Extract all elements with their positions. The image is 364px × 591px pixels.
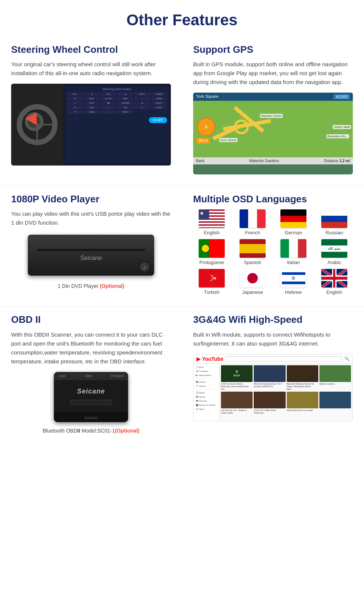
video-title: 1080P Video Player <box>11 193 171 205</box>
yt-video-7[interactable]: Shiba Dog finds his master <box>287 392 318 414</box>
lang-label-english-uk: English <box>326 289 342 295</box>
lang-label-spanish: Spanish <box>244 260 261 265</box>
yt-video-4[interactable]: Nature scenery... <box>319 365 351 391</box>
lang-label-russian: Russian <box>326 230 343 235</box>
lang-hebrew: ✡ Hebrew <box>275 269 312 295</box>
yt-thumb-6 <box>254 392 285 408</box>
yt-video-1[interactable]: 夜BGM Chill Out Guitar Music - Relaxing I… <box>221 365 253 391</box>
feature-steering: Steering Wheel Control Your original car… <box>0 36 182 186</box>
yt-video-6[interactable]: Cozy Full Coffee Shop Ambience <box>254 392 285 414</box>
lang-spanish: Spanish <box>234 239 271 265</box>
lang-label-french: French <box>245 230 260 235</box>
yt-menu-news[interactable]: 📰 News <box>195 407 218 411</box>
yt-video-3[interactable]: Beautiful Relaxing Music for Sleep / Med… <box>287 365 318 391</box>
gps-location: York Square <box>196 94 218 99</box>
dvd-eject-btn[interactable]: ▲ <box>140 263 149 271</box>
obd-caption: Bluetooth OBDII Model:SC01-1(Optional) <box>11 428 171 434</box>
yt-thumb-4 <box>319 365 351 382</box>
gps-roundabout <box>234 119 249 134</box>
yt-header: ▶ YouTube 🔍 <box>194 354 352 364</box>
obd-desc: With this OBDII Scanner, you can connect… <box>11 330 171 366</box>
yt-menu-subscriptions[interactable]: ▶ Subscriptions <box>195 373 218 377</box>
wifi-title: 3G&4G Wifi High-Speed <box>193 314 353 325</box>
lang-label-italian: Italian <box>287 260 300 265</box>
yt-menu-movies[interactable]: 🎬 Movies & Shows <box>195 403 218 407</box>
flag-hebrew: ✡ <box>280 269 306 288</box>
yt-menu-library[interactable]: 📚 Library <box>195 380 218 384</box>
hebrew-top-stripe <box>282 272 305 275</box>
yt-video-8[interactable]: ... <box>319 392 351 414</box>
flag-french <box>240 209 266 228</box>
yt-menu-music[interactable]: 🎵 Music <box>195 391 218 395</box>
yt-title-2: Minecraft Speedrunner VS 4 Hunters REMAT… <box>254 383 285 388</box>
feature-languages: Multiple OSD Languages ★ English French <box>182 186 364 306</box>
gps-image: York Square A3200 3 <box>193 93 353 174</box>
lang-english: ★ English <box>193 209 230 235</box>
yt-title-1: Chill Out Guitar Music - Relaxing Instru… <box>221 383 253 391</box>
obd-brand-bottom: Seicane <box>84 416 98 420</box>
flag-german <box>280 209 306 228</box>
yt-main-content: 夜BGM Chill Out Guitar Music - Relaxing I… <box>220 364 352 421</box>
yt-title-4: Nature scenery... <box>319 383 351 385</box>
lang-portuguese: Protuguese <box>193 239 230 265</box>
flag-portuguese <box>199 239 225 258</box>
lang-japanese: Japanese <box>234 269 271 295</box>
gps-street-3: Doon Street <box>219 138 237 142</box>
dvd-caption: 1 Din DVD Player (Optional) <box>11 283 171 289</box>
lang-label-hebrew: Hebrew <box>285 289 302 295</box>
eject-icon: ▲ <box>143 265 146 269</box>
lang-german: German <box>275 209 312 235</box>
yt-menu-gaming[interactable]: 🎮 Gaming <box>195 399 218 403</box>
yt-menu-sports[interactable]: ⚽ Sports <box>195 395 218 399</box>
gps-street-4: Belvedere Ro... <box>326 134 349 138</box>
yt-menu-home[interactable]: ⌂ Home <box>195 365 218 369</box>
steering-image: Steering wheel button VOL+ ⊞ VOL- ⊞ MUTE… <box>11 84 171 166</box>
lang-turkish: ☽ ★ Turkish <box>193 269 230 295</box>
yt-thumb-3 <box>287 365 318 382</box>
hebrew-bottom-stripe <box>282 282 305 284</box>
yt-title-3: Beautiful Relaxing Music for Sleep / Med… <box>287 383 318 391</box>
gps-street-2: Sutton Walk <box>333 125 351 129</box>
gps-back-btn[interactable]: Back <box>196 159 204 163</box>
youtube-mockup: ▶ YouTube 🔍 ⌂ Home 🔥 Trending ▶ Subscrip… <box>193 354 353 421</box>
feature-gps: Support GPS Built in GPS module, support… <box>182 36 364 186</box>
lang-label-portuguese: Protuguese <box>199 260 224 265</box>
gps-indicator: 3 <box>197 118 215 136</box>
yt-video-2[interactable]: Minecraft Speedrunner VS 4 Hunters REMAT… <box>254 365 285 391</box>
yt-menu-trending[interactable]: 🔥 Trending <box>195 369 218 373</box>
feature-video: 1080P Video Player You can play video wi… <box>0 186 182 306</box>
lang-french: French <box>234 209 271 235</box>
lang-english-uk: English <box>316 269 353 295</box>
video-desc: You can play video with this unit's USB … <box>11 209 171 227</box>
yt-video-5[interactable]: Lofi hip hop mix - Beats to Relax Study <box>221 392 253 414</box>
obd-power-label: POWER <box>111 374 124 378</box>
flag-japanese <box>240 269 266 288</box>
yt-thumb-8 <box>319 392 351 408</box>
yt-search-bar[interactable] <box>225 356 342 362</box>
yt-title-6: Cozy Full Coffee Shop Ambience <box>254 409 285 414</box>
languages-title: Multiple OSD Languages <box>193 193 353 205</box>
gps-desc: Built in GPS module, support both online… <box>193 60 353 87</box>
steering-mockup: Steering wheel button VOL+ ⊞ VOL- ⊞ MUTE… <box>11 84 171 166</box>
obd-optional: (Optional) <box>115 428 139 434</box>
flag-spanish <box>240 239 266 258</box>
flag-russian <box>321 209 347 228</box>
lang-arabic: بسم الله Arabic <box>316 239 353 265</box>
yt-sidebar: ⌂ Home 🔥 Trending ▶ Subscriptions 📚 Libr… <box>194 364 220 421</box>
yt-menu-history[interactable]: 🕐 History <box>195 384 218 388</box>
languages-grid: ★ English French German Russia <box>193 209 353 295</box>
flag-usa: ★ <box>199 209 225 228</box>
obd-body: Seicane <box>54 380 128 412</box>
page-title: Other Features <box>0 0 364 36</box>
youtube-logo: ▶ YouTube <box>196 356 223 362</box>
lang-label-german: German <box>285 230 302 235</box>
obd-top-bar: LINK OBD POWER <box>54 372 128 380</box>
lang-italian: Italian <box>275 239 312 265</box>
feature-wifi: 3G&4G Wifi High-Speed Built in Wifi modu… <box>182 306 364 444</box>
flag-arabic: بسم الله <box>321 239 347 258</box>
obd-connector-port <box>70 400 112 405</box>
flag-turkish: ☽ ★ <box>199 269 225 288</box>
japan-circle <box>247 273 258 283</box>
gps-dist-label: Distance 1.2 mi <box>324 159 350 163</box>
yt-video-grid: 夜BGM Chill Out Guitar Music - Relaxing I… <box>221 365 351 415</box>
